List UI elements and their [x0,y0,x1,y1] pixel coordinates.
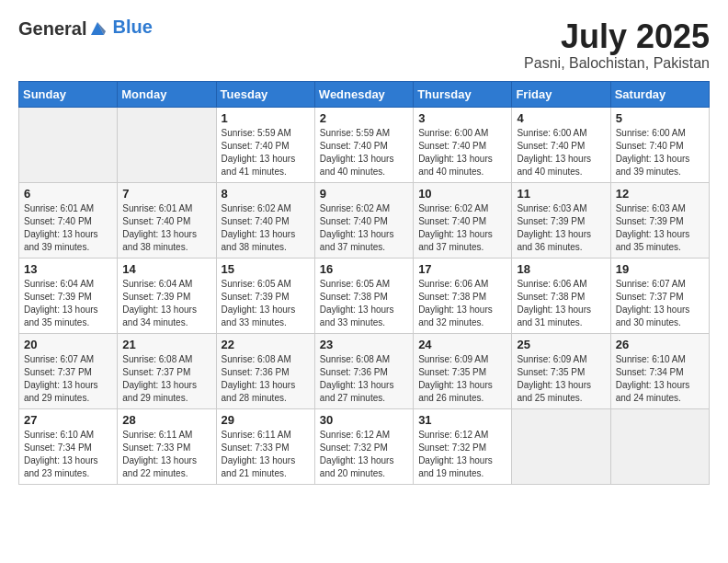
logo-text: General [18,19,86,38]
day-number: 12 [616,187,704,201]
logo: General Blue [18,18,153,39]
day-number: 1 [222,111,310,125]
day-number: 17 [418,262,506,276]
day-info: Sunrise: 6:08 AM Sunset: 7:36 PM Dayligh… [320,353,408,405]
day-number: 21 [122,338,210,351]
table-row: 31Sunrise: 6:12 AM Sunset: 7:32 PM Dayli… [414,408,512,484]
table-row: 14Sunrise: 6:04 AM Sunset: 7:39 PM Dayli… [118,258,216,333]
table-row: 6Sunrise: 6:01 AM Sunset: 7:40 PM Daylig… [19,182,118,258]
day-number: 29 [222,413,310,427]
table-row [118,107,216,182]
day-number: 30 [320,413,408,427]
table-row [19,107,118,182]
day-number: 23 [320,338,408,351]
day-number: 2 [320,111,408,125]
day-info: Sunrise: 6:12 AM Sunset: 7:32 PM Dayligh… [320,429,408,480]
calendar-header-row: Sunday Monday Tuesday Wednesday Thursday… [19,81,710,107]
day-number: 15 [222,262,310,276]
table-row: 5Sunrise: 6:00 AM Sunset: 7:40 PM Daylig… [610,107,709,182]
table-row: 17Sunrise: 6:06 AM Sunset: 7:38 PM Dayli… [414,258,512,333]
table-row: 16Sunrise: 6:05 AM Sunset: 7:38 PM Dayli… [314,258,413,333]
col-friday: Friday [512,81,610,107]
day-info: Sunrise: 6:01 AM Sunset: 7:40 PM Dayligh… [24,202,112,254]
table-row: 3Sunrise: 6:00 AM Sunset: 7:40 PM Daylig… [414,107,512,182]
col-saturday: Saturday [610,81,709,107]
calendar-week-row: 13Sunrise: 6:04 AM Sunset: 7:39 PM Dayli… [19,258,710,333]
day-info: Sunrise: 6:06 AM Sunset: 7:38 PM Dayligh… [517,278,605,329]
day-number: 22 [222,338,310,351]
day-info: Sunrise: 6:02 AM Sunset: 7:40 PM Dayligh… [320,202,408,254]
calendar-week-row: 6Sunrise: 6:01 AM Sunset: 7:40 PM Daylig… [19,182,710,258]
day-info: Sunrise: 6:10 AM Sunset: 7:34 PM Dayligh… [616,353,704,405]
logo-icon [87,18,108,39]
day-info: Sunrise: 6:00 AM Sunset: 7:40 PM Dayligh… [418,127,506,178]
day-number: 4 [517,111,605,125]
day-info: Sunrise: 6:11 AM Sunset: 7:33 PM Dayligh… [222,429,310,480]
day-info: Sunrise: 5:59 AM Sunset: 7:40 PM Dayligh… [320,127,408,178]
table-row: 20Sunrise: 6:07 AM Sunset: 7:37 PM Dayli… [19,333,118,408]
table-row: 26Sunrise: 6:10 AM Sunset: 7:34 PM Dayli… [610,333,709,408]
day-info: Sunrise: 6:04 AM Sunset: 7:39 PM Dayligh… [24,278,112,329]
col-tuesday: Tuesday [216,81,314,107]
day-number: 27 [24,413,112,427]
day-number: 20 [24,338,112,351]
col-sunday: Sunday [19,81,118,107]
day-number: 14 [122,262,210,276]
day-info: Sunrise: 6:09 AM Sunset: 7:35 PM Dayligh… [517,353,605,405]
day-info: Sunrise: 5:59 AM Sunset: 7:40 PM Dayligh… [222,127,310,178]
table-row [610,408,709,484]
day-number: 10 [418,187,506,201]
day-number: 13 [24,262,112,276]
day-info: Sunrise: 6:03 AM Sunset: 7:39 PM Dayligh… [616,202,704,254]
table-row: 1Sunrise: 5:59 AM Sunset: 7:40 PM Daylig… [216,107,314,182]
table-row: 15Sunrise: 6:05 AM Sunset: 7:39 PM Dayli… [216,258,314,333]
day-info: Sunrise: 6:07 AM Sunset: 7:37 PM Dayligh… [616,278,704,329]
table-row: 28Sunrise: 6:11 AM Sunset: 7:33 PM Dayli… [118,408,216,484]
day-info: Sunrise: 6:00 AM Sunset: 7:40 PM Dayligh… [517,127,605,178]
table-row: 23Sunrise: 6:08 AM Sunset: 7:36 PM Dayli… [314,333,413,408]
logo-blue-text: Blue [112,17,152,38]
table-row: 27Sunrise: 6:10 AM Sunset: 7:34 PM Dayli… [19,408,118,484]
table-row: 13Sunrise: 6:04 AM Sunset: 7:39 PM Dayli… [19,258,118,333]
day-info: Sunrise: 6:07 AM Sunset: 7:37 PM Dayligh… [24,353,112,405]
day-number: 26 [616,338,704,351]
day-info: Sunrise: 6:01 AM Sunset: 7:40 PM Dayligh… [122,202,210,254]
col-wednesday: Wednesday [314,81,413,107]
table-row: 11Sunrise: 6:03 AM Sunset: 7:39 PM Dayli… [512,182,610,258]
day-number: 3 [418,111,506,125]
day-number: 16 [320,262,408,276]
day-number: 28 [122,413,210,427]
calendar-table: Sunday Monday Tuesday Wednesday Thursday… [18,81,710,485]
day-number: 18 [517,262,605,276]
title-block: July 2025 Pasni, Balochistan, Pakistan [524,18,710,72]
day-number: 8 [222,187,310,201]
calendar-title: July 2025 [524,18,710,55]
page-header: General Blue July 2025 Pasni, Balochista… [18,18,710,72]
calendar-subtitle: Pasni, Balochistan, Pakistan [524,55,710,72]
table-row: 19Sunrise: 6:07 AM Sunset: 7:37 PM Dayli… [610,258,709,333]
day-info: Sunrise: 6:02 AM Sunset: 7:40 PM Dayligh… [222,202,310,254]
day-info: Sunrise: 6:05 AM Sunset: 7:38 PM Dayligh… [320,278,408,329]
table-row: 7Sunrise: 6:01 AM Sunset: 7:40 PM Daylig… [118,182,216,258]
day-info: Sunrise: 6:09 AM Sunset: 7:35 PM Dayligh… [418,353,506,405]
table-row: 4Sunrise: 6:00 AM Sunset: 7:40 PM Daylig… [512,107,610,182]
day-number: 24 [418,338,506,351]
table-row [512,408,610,484]
day-number: 6 [24,187,112,201]
table-row: 30Sunrise: 6:12 AM Sunset: 7:32 PM Dayli… [314,408,413,484]
day-info: Sunrise: 6:04 AM Sunset: 7:39 PM Dayligh… [122,278,210,329]
calendar-week-row: 1Sunrise: 5:59 AM Sunset: 7:40 PM Daylig… [19,107,710,182]
table-row: 25Sunrise: 6:09 AM Sunset: 7:35 PM Dayli… [512,333,610,408]
calendar-week-row: 27Sunrise: 6:10 AM Sunset: 7:34 PM Dayli… [19,408,710,484]
table-row: 21Sunrise: 6:08 AM Sunset: 7:37 PM Dayli… [118,333,216,408]
day-info: Sunrise: 6:03 AM Sunset: 7:39 PM Dayligh… [517,202,605,254]
calendar-week-row: 20Sunrise: 6:07 AM Sunset: 7:37 PM Dayli… [19,333,710,408]
table-row: 29Sunrise: 6:11 AM Sunset: 7:33 PM Dayli… [216,408,314,484]
table-row: 8Sunrise: 6:02 AM Sunset: 7:40 PM Daylig… [216,182,314,258]
table-row: 2Sunrise: 5:59 AM Sunset: 7:40 PM Daylig… [314,107,413,182]
day-number: 9 [320,187,408,201]
col-thursday: Thursday [414,81,512,107]
day-number: 25 [517,338,605,351]
day-info: Sunrise: 6:12 AM Sunset: 7:32 PM Dayligh… [418,429,506,480]
table-row: 10Sunrise: 6:02 AM Sunset: 7:40 PM Dayli… [414,182,512,258]
